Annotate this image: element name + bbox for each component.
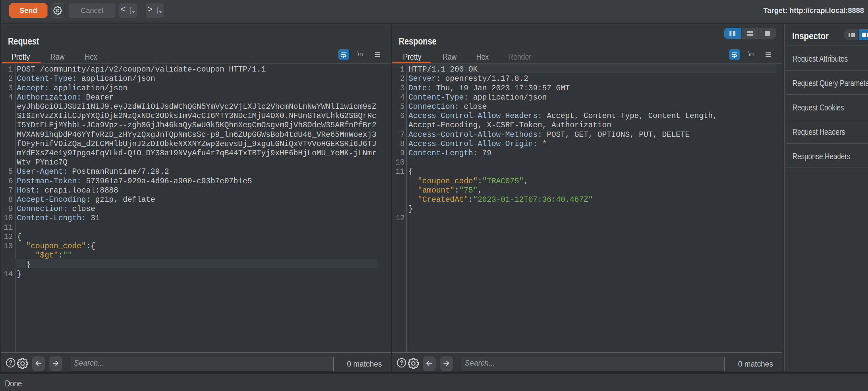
svg-text:?: ? bbox=[9, 359, 12, 366]
svg-text:?: ? bbox=[400, 359, 403, 366]
